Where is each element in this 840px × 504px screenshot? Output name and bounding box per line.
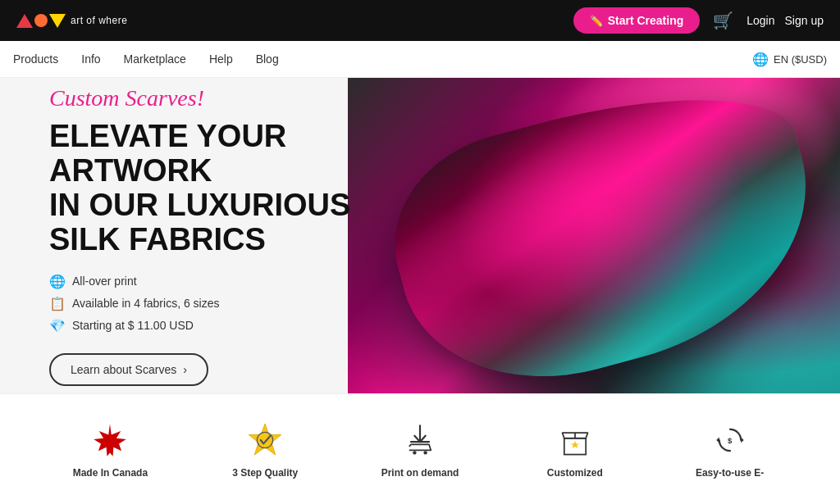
site-name: art of where <box>71 15 127 26</box>
feature-allover-text: All-over print <box>72 275 137 288</box>
nav-item-blog[interactable]: Blog <box>256 52 279 66</box>
svg-point-5 <box>423 451 427 454</box>
logo-triangle-yellow-icon <box>49 14 66 28</box>
nav-item-marketplace[interactable]: Marketplace <box>124 52 186 66</box>
feature-item-ecommerce: $ Easy-to-use E- <box>669 420 792 479</box>
svg-marker-8 <box>571 441 580 448</box>
svg-marker-0 <box>249 424 281 455</box>
nav-item-help[interactable]: Help <box>209 52 233 66</box>
login-link[interactable]: Login <box>746 14 774 27</box>
feature-fabrics-text: Available in 4 fabrics, 6 sizes <box>72 297 220 310</box>
feature-print-label: Print on demand <box>381 467 459 479</box>
feature-item-quality: 3 Step Quality <box>203 420 326 479</box>
logo-mark[interactable]: art of where <box>16 14 127 28</box>
logo-circle-orange-icon <box>34 14 48 27</box>
print-cart-icon <box>402 420 438 461</box>
feature-item-print: Print on demand <box>358 420 482 479</box>
hero-content: Custom Scarves! ELEVATE YOUR ARTWORK IN … <box>0 78 427 393</box>
feature-ecommerce-label: Easy-to-use E- <box>696 467 764 479</box>
price-icon: 💎 <box>49 318 66 334</box>
quality-badge-icon <box>247 420 283 461</box>
signup-link[interactable]: Sign up <box>785 14 824 27</box>
allover-icon: 🌐 <box>49 274 66 289</box>
hero-title-line1: ELEVATE YOUR ARTWORK <box>49 119 286 188</box>
hero-title-line2: IN OUR LUXURIOUS <box>49 188 350 222</box>
svg-marker-9 <box>741 437 744 443</box>
features-section: Made In Canada 3 Step Quality P <box>0 393 840 504</box>
header-auth: Login Sign up <box>746 14 824 27</box>
hero-subtitle: Custom Scarves! <box>49 85 377 111</box>
start-creating-button[interactable]: Start Creating <box>573 7 701 34</box>
feature-price: 💎 Starting at $ 11.00 USD <box>49 318 377 334</box>
feature-item-customized: Customized <box>514 420 637 479</box>
header-left: art of where <box>16 14 127 28</box>
locale-selector[interactable]: 🌐 EN ($USD) <box>752 52 827 67</box>
learn-more-button[interactable]: Learn about Scarves › <box>49 353 208 386</box>
globe-icon: 🌐 <box>752 52 769 67</box>
svg-point-4 <box>413 451 416 454</box>
maple-leaf-icon <box>92 420 128 461</box>
fabrics-icon: 📋 <box>49 296 66 311</box>
cart-icon[interactable]: 🛒 <box>713 11 733 30</box>
scarf-shape <box>372 78 840 393</box>
hero-title: ELEVATE YOUR ARTWORK IN OUR LUXURIOUS SI… <box>49 120 377 257</box>
learn-more-label: Learn about Scarves <box>71 363 176 376</box>
chevron-right-icon: › <box>183 363 187 376</box>
site-header: art of where Start Creating 🛒 Login Sign… <box>0 0 840 41</box>
custom-box-icon <box>557 420 593 461</box>
locale-label: EN ($USD) <box>774 53 827 66</box>
nav-items: Products Info Marketplace Help Blog <box>13 52 279 66</box>
hero-title-line3: SILK FABRICS <box>49 222 266 257</box>
feature-quality-label: 3 Step Quality <box>232 467 298 479</box>
main-nav: Products Info Marketplace Help Blog 🌐 EN… <box>0 41 840 78</box>
feature-allover: 🌐 All-over print <box>49 274 377 289</box>
hero-section: Custom Scarves! ELEVATE YOUR ARTWORK IN … <box>0 78 840 393</box>
logo-triangle-red-icon <box>16 14 33 28</box>
feature-customized-label: Customized <box>547 467 603 479</box>
feature-item-canada: Made In Canada <box>48 420 171 479</box>
feature-fabrics: 📋 Available in 4 fabrics, 6 sizes <box>49 296 377 311</box>
svg-marker-10 <box>716 437 719 443</box>
ecommerce-icon: $ <box>712 420 748 461</box>
nav-item-info[interactable]: Info <box>81 52 100 66</box>
feature-price-text: Starting at $ 11.00 USD <box>72 319 194 332</box>
hero-features-list: 🌐 All-over print 📋 Available in 4 fabric… <box>49 274 377 334</box>
svg-text:$: $ <box>727 436 732 445</box>
nav-item-products[interactable]: Products <box>13 52 58 66</box>
header-right: Start Creating 🛒 Login Sign up <box>573 7 824 34</box>
feature-canada-label: Made In Canada <box>73 467 148 479</box>
